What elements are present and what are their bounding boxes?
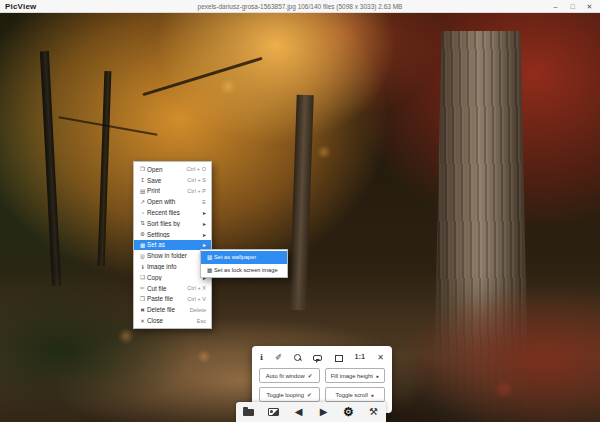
set-as-icon: ▦: [138, 242, 147, 248]
menu-item-label: Image info: [147, 263, 203, 270]
toggle-scroll-button[interactable]: Toggle scroll ●: [325, 387, 386, 402]
lock-screen-icon: ▩: [205, 267, 214, 273]
close-window-button[interactable]: ✕: [581, 0, 598, 13]
maximize-button[interactable]: □: [564, 0, 581, 13]
dot-icon: ●: [371, 392, 374, 398]
zoom-icon[interactable]: [293, 352, 302, 364]
menu-shortcut: E: [202, 199, 206, 205]
menu-shortcut: Ctrl + X: [187, 285, 206, 291]
paste-icon: ❒: [138, 296, 147, 302]
menu-item-recent-files[interactable]: ◔ Recent files ▸: [134, 207, 211, 218]
menu-item-label: Sort files by: [147, 220, 200, 227]
info-icon[interactable]: ℹ: [259, 352, 264, 364]
next-image-button[interactable]: ▶: [315, 403, 333, 421]
menu-item-print[interactable]: ▤ Print Ctrl + P: [134, 186, 211, 197]
previous-image-button[interactable]: ◀: [290, 403, 308, 421]
cut-icon: ✂: [138, 285, 147, 291]
submenu-arrow-icon: ▸: [203, 220, 206, 227]
gallery-icon: [268, 408, 279, 416]
minimize-button[interactable]: –: [547, 0, 564, 13]
recent-files-icon: ◔: [138, 210, 147, 216]
tool-icon[interactable]: ✐: [274, 352, 283, 364]
menu-item-close[interactable]: ✕ Close Esc: [134, 315, 211, 326]
menu-item-label: Open with: [147, 198, 199, 205]
open-with-icon: ↗: [138, 199, 147, 205]
menu-shortcut: Esc: [197, 318, 206, 324]
submenu-arrow-icon: ▸: [203, 209, 206, 216]
magnifier-glyph: [294, 354, 301, 361]
image-info-icon: ℹ: [138, 264, 147, 270]
menu-item-label: Print: [147, 187, 184, 194]
crop-icon[interactable]: [334, 352, 344, 364]
app-name: PicView: [5, 2, 37, 11]
sort-icon: ⇅: [138, 220, 147, 226]
menu-item-label: Close: [147, 317, 194, 324]
window-controls: – □ ✕: [547, 0, 598, 13]
menu-item-label: Cut file: [147, 285, 184, 292]
submenu-item-set-as-lock-screen[interactable]: ▩ Set as lock screen image: [201, 264, 287, 277]
menu-item-sort-files-by[interactable]: ⇅ Sort files by ▸: [134, 218, 211, 229]
submenu-arrow-icon: ▸: [203, 241, 206, 248]
effects-wrench-button[interactable]: ⚒: [365, 403, 383, 421]
menu-shortcut: Ctrl + V: [187, 296, 206, 302]
menu-item-open-with[interactable]: ↗ Open with E: [134, 196, 211, 207]
submenu-item-label: Set as wallpaper: [214, 254, 282, 260]
set-as-submenu: ▨ Set as wallpaper ▩ Set as lock screen …: [200, 249, 288, 278]
dot-icon: ●: [376, 373, 379, 379]
copy-icon: ❏: [138, 274, 147, 280]
one-to-one-zoom-button[interactable]: 1:1: [354, 352, 366, 364]
toggle-looping-button[interactable]: Toggle looping ✔: [259, 387, 320, 402]
bottom-toolbar: ◀ ▶ ⚙ ⚒: [236, 402, 386, 422]
open-icon: ❐: [138, 166, 147, 172]
button-label: Fill image height: [331, 373, 373, 379]
titlebar: PicView pexels-dariusz-grosa-1563857.jpg…: [0, 0, 600, 13]
open-file-button[interactable]: [240, 403, 258, 421]
submenu-item-set-as-wallpaper[interactable]: ▨ Set as wallpaper: [201, 251, 287, 264]
check-icon: ✔: [307, 391, 312, 398]
print-icon: ▤: [138, 188, 147, 194]
menu-item-cut-file[interactable]: ✂ Cut file Ctrl + X: [134, 283, 211, 294]
menu-item-label: Show in folder: [147, 252, 196, 259]
gallery-button[interactable]: [265, 403, 283, 421]
comment-icon[interactable]: [312, 352, 323, 364]
menu-shortcut: Ctrl + O: [187, 166, 206, 172]
menu-shortcut: Ctrl + S: [187, 177, 206, 183]
fill-image-height-button[interactable]: Fill image height ●: [325, 368, 386, 383]
close-icon: ✕: [138, 318, 147, 324]
quick-settings-icon-row: ℹ ✐ 1:1 ✕: [259, 350, 385, 365]
menu-item-open[interactable]: ❐ Open Ctrl + O: [134, 164, 211, 175]
show-in-folder-icon: ◎: [138, 253, 147, 259]
settings-gear-button[interactable]: ⚙: [340, 403, 358, 421]
check-icon: ✔: [308, 372, 313, 379]
menu-item-label: Paste file: [147, 295, 184, 302]
speech-bubble-glyph: [313, 355, 322, 361]
image-canvas[interactable]: ❐ Open Ctrl + O ↧ Save Ctrl + S ▤ Print …: [0, 13, 600, 422]
wallpaper-icon: ▨: [205, 254, 214, 260]
menu-item-settings[interactable]: ⚙ Settings ▸: [134, 229, 211, 240]
menu-shortcut: Ctrl + P: [187, 188, 206, 194]
menu-shortcut: Delete: [190, 307, 206, 313]
menu-item-label: Set as: [147, 241, 200, 248]
picview-window: PicView pexels-dariusz-grosa-1563857.jpg…: [0, 0, 600, 422]
menu-item-label: Delete file: [147, 306, 187, 313]
button-label: Auto fit window: [266, 373, 305, 379]
menu-item-label: Open: [147, 166, 184, 173]
settings-icon: ⚙: [138, 231, 147, 237]
menu-item-paste-file[interactable]: ❒ Paste file Ctrl + V: [134, 294, 211, 305]
menu-item-label: Settings: [147, 231, 200, 238]
submenu-item-label: Set as lock screen image: [214, 267, 282, 273]
folder-icon: [243, 409, 254, 416]
window-title: pexels-dariusz-grosa-1563857.jpg 106/140…: [198, 3, 403, 10]
button-label: Toggle scroll: [336, 392, 368, 398]
button-label: Toggle looping: [267, 392, 304, 398]
delete-icon: ✖: [138, 307, 147, 313]
context-menu: ❐ Open Ctrl + O ↧ Save Ctrl + S ▤ Print …: [133, 161, 212, 329]
save-icon: ↧: [138, 177, 147, 183]
submenu-arrow-icon: ▸: [203, 231, 206, 238]
menu-item-label: Recent files: [147, 209, 200, 216]
menu-item-save[interactable]: ↧ Save Ctrl + S: [134, 175, 211, 186]
auto-fit-window-button[interactable]: Auto fit window ✔: [259, 368, 320, 383]
menu-item-delete-file[interactable]: ✖ Delete file Delete: [134, 304, 211, 315]
close-panel-icon[interactable]: ✕: [376, 352, 385, 364]
menu-item-label: Copy: [147, 274, 200, 281]
